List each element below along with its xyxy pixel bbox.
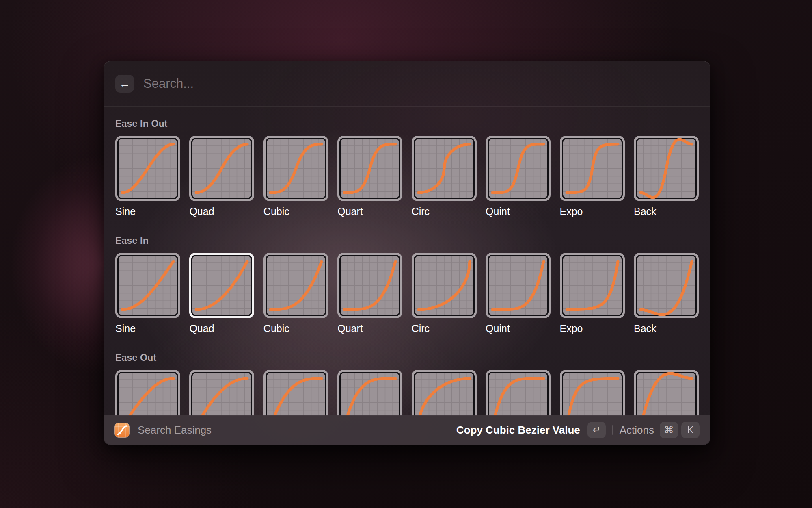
section-ease-in-out: Ease In OutSineQuadCubicQuartCircQuintEx… [115, 118, 699, 217]
easing-item-back-inout: Back [634, 136, 699, 217]
easing-tile-quint-out[interactable] [486, 370, 551, 416]
easing-tile-label: Quart [337, 322, 402, 334]
tile-row: SineQuadCubicQuartCircQuintExpoBack [115, 370, 699, 416]
easing-tile-quint-inout[interactable] [486, 136, 551, 201]
easing-tile-back-in[interactable] [634, 253, 699, 318]
easing-tile-label: Back [634, 322, 699, 334]
easing-item-expo-in: Expo [560, 253, 625, 334]
easing-tile-cubic-out[interactable] [263, 370, 328, 416]
easing-tile-expo-inout[interactable] [560, 136, 625, 201]
easing-item-sine-out: Sine [115, 370, 180, 416]
k-key: K [681, 422, 700, 438]
section-header: Ease Out [115, 352, 699, 363]
tile-row: SineQuadCubicQuartCircQuintExpoBack [115, 136, 699, 217]
easing-tile-label: Cubic [263, 205, 328, 217]
action-bar-right: Copy Cubic Bezier Value ↵ Actions ⌘ K [456, 422, 700, 438]
easing-tile-label: Sine [115, 205, 180, 217]
easing-tile-label: Quad [189, 322, 254, 334]
easing-tile-label: Quad [189, 205, 254, 217]
action-bar-left: Search Easings [114, 423, 212, 438]
easing-item-quad-inout: Quad [189, 136, 254, 217]
easing-tile-sine-inout[interactable] [115, 136, 180, 201]
easing-tile-quad-inout[interactable] [189, 136, 254, 201]
action-bar-separator [612, 425, 613, 435]
easings-grid: Ease In OutSineQuadCubicQuartCircQuintEx… [104, 107, 710, 416]
easing-tile-quint-in[interactable] [486, 253, 551, 318]
easing-tile-circ-out[interactable] [412, 370, 477, 416]
easing-tile-circ-in[interactable] [412, 253, 477, 318]
easing-item-expo-out: Expo [560, 370, 625, 416]
easing-item-cubic-inout: Cubic [263, 136, 328, 217]
easing-tile-label: Expo [560, 322, 625, 334]
section-ease-in: Ease InSineQuadCubicQuartCircQuintExpoBa… [115, 235, 699, 334]
easing-item-circ-inout: Circ [412, 136, 477, 217]
section-ease-out: Ease OutSineQuadCubicQuartCircQuintExpoB… [115, 352, 699, 416]
easing-item-back-out: Back [634, 370, 699, 416]
easing-item-quad-in: Quad [189, 253, 254, 334]
search-input[interactable] [143, 76, 699, 91]
easing-tile-quart-out[interactable] [337, 370, 402, 416]
desktop-background: ← Ease In OutSineQuadCubicQuartCircQuint… [0, 0, 812, 508]
easing-item-sine-in: Sine [115, 253, 180, 334]
easing-curve-icon [114, 423, 130, 438]
easing-tile-quad-out[interactable] [189, 370, 254, 416]
easing-tile-sine-out[interactable] [115, 370, 180, 416]
raycast-window: ← Ease In OutSineQuadCubicQuartCircQuint… [104, 61, 710, 445]
enter-key: ↵ [587, 422, 606, 438]
easing-tile-quart-in[interactable] [337, 253, 402, 318]
easing-item-quint-out: Quint [486, 370, 551, 416]
easing-item-expo-inout: Expo [560, 136, 625, 217]
extension-title: Search Easings [138, 424, 212, 436]
easing-tile-cubic-inout[interactable] [263, 136, 328, 201]
easing-tile-sine-in[interactable] [115, 253, 180, 318]
cmd-key: ⌘ [660, 422, 678, 438]
easing-tile-label: Quart [337, 205, 402, 217]
easing-tile-quad-in[interactable] [189, 253, 254, 318]
primary-action-button[interactable]: Copy Cubic Bezier Value ↵ [456, 422, 606, 438]
easing-tile-label: Circ [412, 205, 477, 217]
easing-tile-expo-in[interactable] [560, 253, 625, 318]
easing-item-sine-inout: Sine [115, 136, 180, 217]
easing-item-cubic-in: Cubic [263, 253, 328, 334]
easing-tile-back-out[interactable] [634, 370, 699, 416]
easing-item-circ-in: Circ [412, 253, 477, 334]
primary-action-label: Copy Cubic Bezier Value [456, 424, 580, 436]
easing-tile-label: Quint [486, 322, 551, 334]
easing-item-circ-out: Circ [412, 370, 477, 416]
easing-item-quart-out: Quart [337, 370, 402, 416]
section-header: Ease In Out [115, 118, 699, 129]
easing-item-quart-in: Quart [337, 253, 402, 334]
easing-item-quart-inout: Quart [337, 136, 402, 217]
back-button[interactable]: ← [115, 75, 134, 93]
easing-item-quint-in: Quint [486, 253, 551, 334]
easing-tile-cubic-in[interactable] [263, 253, 328, 318]
easing-item-quint-inout: Quint [486, 136, 551, 217]
easing-tile-label: Quint [486, 205, 551, 217]
easing-item-quad-out: Quad [189, 370, 254, 416]
back-arrow-icon: ← [119, 78, 130, 89]
search-bar: ← [104, 61, 710, 106]
easing-item-back-in: Back [634, 253, 699, 334]
section-header: Ease In [115, 235, 699, 246]
easing-tile-label: Sine [115, 322, 180, 334]
easing-tile-label: Expo [560, 205, 625, 217]
actions-menu-button[interactable]: Actions ⌘ K [620, 422, 700, 438]
actions-label: Actions [620, 424, 654, 436]
action-bar: Search Easings Copy Cubic Bezier Value ↵… [104, 415, 710, 445]
easing-item-cubic-out: Cubic [263, 370, 328, 416]
easing-tile-quart-inout[interactable] [337, 136, 402, 201]
easing-tile-label: Back [634, 205, 699, 217]
tile-row: SineQuadCubicQuartCircQuintExpoBack [115, 253, 699, 334]
easing-tile-label: Circ [412, 322, 477, 334]
easing-tile-circ-inout[interactable] [412, 136, 477, 201]
easing-tile-back-inout[interactable] [634, 136, 699, 201]
easing-tile-expo-out[interactable] [560, 370, 625, 416]
easing-tile-label: Cubic [263, 322, 328, 334]
